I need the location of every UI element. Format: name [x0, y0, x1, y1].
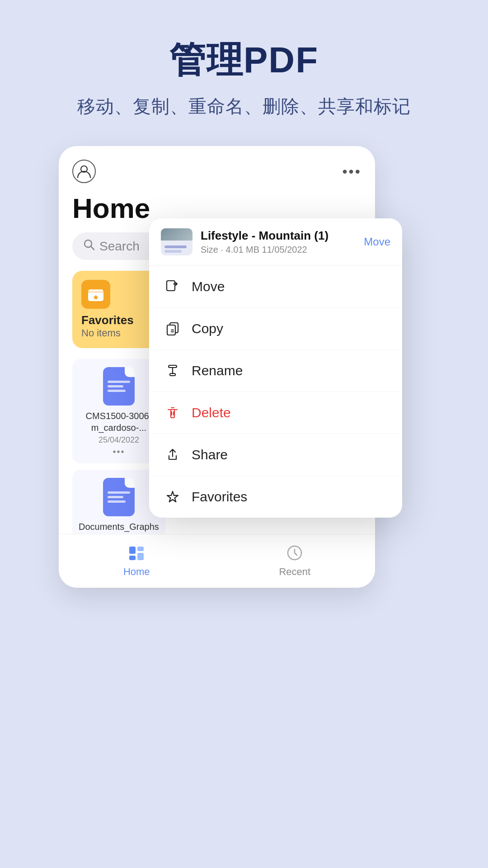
ctx-menu-share[interactable]: Share [149, 434, 402, 476]
rename-icon [163, 361, 183, 381]
svg-rect-6 [129, 556, 136, 560]
svg-rect-7 [137, 547, 144, 551]
home-nav-icon [126, 542, 147, 563]
search-icon [83, 239, 95, 254]
context-menu: Lifestyle - Mountain (1) Size · 4.01 MB … [149, 218, 402, 518]
ctx-copy-label: Copy [192, 321, 223, 336]
file-name-1: CMS1500-3006-m_cardoso-... [79, 410, 159, 434]
ctx-file-details: Lifestyle - Mountain (1) Size · 4.01 MB … [201, 229, 364, 255]
ctx-file-thumbnail [161, 228, 192, 255]
nav-home-label: Home [123, 566, 150, 578]
ctx-menu-copy[interactable]: Copy [149, 308, 402, 350]
ctx-menu-favorites[interactable]: Favorites [149, 476, 402, 518]
move-icon [163, 277, 183, 297]
ctx-menu-move[interactable]: Move [149, 266, 402, 308]
star-icon [163, 487, 183, 507]
delete-icon [163, 403, 183, 423]
svg-rect-5 [129, 547, 136, 554]
svg-rect-8 [137, 553, 144, 560]
copy-icon [163, 319, 183, 339]
ctx-share-label: Share [192, 447, 228, 462]
ctx-move-label: Move [192, 279, 225, 294]
recent-nav-icon [284, 542, 305, 563]
folder-icon-yellow [81, 280, 110, 309]
ctx-favorites-label: Favorites [192, 489, 247, 505]
avatar-icon[interactable] [72, 160, 96, 183]
svg-rect-14 [170, 373, 175, 376]
ctx-delete-label: Delete [192, 405, 231, 420]
nav-recent[interactable]: Recent [279, 542, 310, 578]
share-icon [163, 445, 183, 465]
more-dots-button[interactable]: ••• [342, 163, 361, 180]
ctx-rename-label: Rename [192, 363, 243, 378]
ctx-menu-rename[interactable]: Rename [149, 350, 402, 392]
file-date-1: 25/04/2022 [99, 435, 139, 445]
ctx-move-shortcut[interactable]: Move [364, 236, 390, 248]
page-title: 管理PDF [77, 36, 411, 85]
ctx-menu-delete[interactable]: Delete [149, 392, 402, 434]
ctx-file-info: Lifestyle - Mountain (1) Size · 4.01 MB … [149, 218, 402, 266]
page-subtitle: 移动、复制、重命名、删除、共享和标记 [77, 94, 411, 119]
search-placeholder: Search [99, 239, 140, 254]
page-header: 管理PDF 移动、复制、重命名、删除、共享和标记 [77, 36, 411, 119]
app-card: ••• Home Search [59, 146, 429, 643]
nav-home[interactable]: Home [123, 542, 150, 578]
nav-recent-label: Recent [279, 566, 310, 578]
svg-rect-10 [167, 281, 175, 291]
bottom-nav: Home Recent [59, 534, 375, 588]
ctx-file-meta: Size · 4.01 MB 11/05/2022 [201, 245, 364, 255]
file-icon-1 [103, 367, 135, 406]
ctx-file-name: Lifestyle - Mountain (1) [201, 229, 364, 243]
file-dots-1[interactable]: ••• [113, 447, 125, 457]
file-icon-4 [103, 478, 135, 516]
top-bar: ••• [72, 160, 361, 183]
